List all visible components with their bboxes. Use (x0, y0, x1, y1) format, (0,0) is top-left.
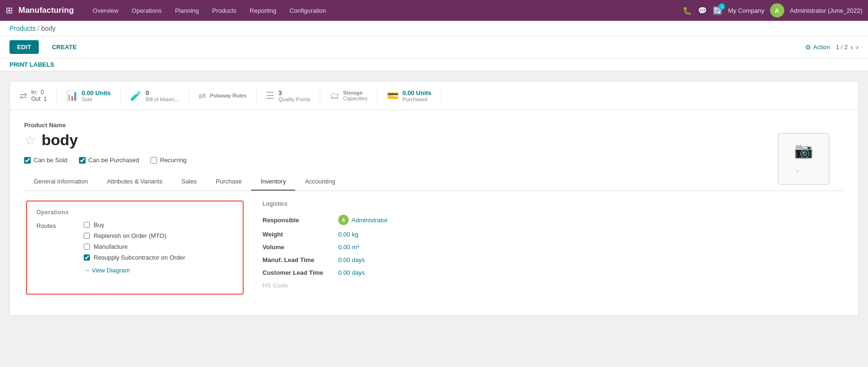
smart-btn-quality[interactable]: ☰ 3 Quality Points (256, 85, 320, 106)
breadcrumb: Products / body (0, 21, 868, 36)
view-diagram-link[interactable]: View Diagram (36, 267, 233, 274)
product-title: body (42, 131, 78, 149)
flask-icon: 🧪 (130, 90, 142, 101)
credit-card-icon: 💳 (387, 90, 399, 101)
nav-reporting[interactable]: Reporting (244, 4, 282, 17)
logistics-weight: Weight 0.00 kg (263, 231, 842, 238)
responsible-name[interactable]: Administrator (351, 217, 388, 224)
camera-icon: 📷＋ (794, 141, 813, 177)
breadcrumb-separator: / (37, 25, 39, 32)
chat-icon[interactable]: 💬 (698, 6, 707, 15)
pagination-next[interactable]: › (856, 43, 859, 52)
routes-list: Buy Replenish on Order (MTO) Manufacture (84, 221, 185, 261)
tabs-row: General Information Attributes & Variant… (24, 173, 844, 191)
app-brand: Manufacturing (18, 6, 74, 15)
pagination-prev[interactable]: ‹ (850, 43, 853, 52)
responsible-value: A Administrator (338, 215, 388, 225)
storage-icon: 🗂 (330, 90, 339, 101)
bug-icon[interactable]: 🐛 (683, 6, 692, 15)
operations-title: Operations (36, 209, 233, 216)
can-be-purchased-checkbox[interactable]: Can be Purchased (79, 157, 140, 164)
product-card: ⇄ In: 0 Out: 1 📊 0.00 Units Sold 🧪 0 (9, 81, 859, 316)
user-name: Administrator (June_2022) (790, 7, 862, 14)
nav-operations[interactable]: Operations (126, 4, 167, 17)
nav-menu: Overview Operations Planning Products Re… (87, 4, 679, 17)
route-manufacture[interactable]: Manufacture (84, 243, 185, 250)
customer-lead-label: Customer Lead Time (263, 269, 338, 276)
manuf-lead-value[interactable]: 0.00 days (338, 256, 365, 263)
topnav-right: 🐛 💬 🔄 1 My Company A Administrator (June… (683, 3, 862, 17)
nav-configuration[interactable]: Configuration (284, 4, 332, 17)
volume-label: Volume (263, 244, 338, 251)
operations-section: Operations Routes Buy Replenish on Order… (26, 201, 244, 295)
quality-icon: ☰ (266, 90, 274, 101)
manuf-lead-label: Manuf. Lead Time (263, 256, 338, 263)
responsible-avatar: A (338, 215, 349, 225)
form-body: 📷＋ Product Name ☆ body Can be Sold Can b… (24, 122, 844, 304)
product-title-row: ☆ body (24, 131, 844, 149)
print-bar: PRINT LABELS (0, 58, 868, 71)
breadcrumb-parent[interactable]: Products (9, 25, 35, 32)
main-content: ⇄ In: 0 Out: 1 📊 0.00 Units Sold 🧪 0 (0, 71, 868, 325)
smart-btn-inout[interactable]: ⇄ In: 0 Out: 1 (10, 85, 57, 106)
logistics-customer-lead: Customer Lead Time 0.00 days (263, 269, 842, 276)
pagination-info: 1 / 2 (836, 44, 848, 51)
logistics-section: Logistics Responsible A Administrator We… (263, 201, 842, 295)
logistics-title: Logistics (263, 201, 842, 207)
smart-buttons-row: ⇄ In: 0 Out: 1 📊 0.00 Units Sold 🧪 0 (10, 81, 858, 110)
smart-btn-bom[interactable]: 🧪 0 Bill of Materi... (121, 85, 189, 106)
route-replenish[interactable]: Replenish on Order (MTO) (84, 232, 185, 239)
transfer-icon: ⇄ (19, 90, 27, 101)
weight-label: Weight (263, 231, 338, 238)
create-button[interactable]: CREATE (44, 40, 84, 54)
putaway-icon: ⇌ (198, 90, 206, 101)
favorite-icon[interactable]: ☆ (24, 132, 36, 148)
top-navigation: ⊞ Manufacturing Overview Operations Plan… (0, 0, 868, 21)
action-bar: EDIT CREATE Action 1 / 2 ‹ › (0, 36, 868, 58)
nav-planning[interactable]: Planning (169, 4, 205, 17)
activity-icon[interactable]: 🔄 1 (713, 6, 722, 15)
edit-button[interactable]: EDIT (9, 40, 39, 54)
nav-products[interactable]: Products (207, 4, 242, 17)
tab-sales[interactable]: Sales (172, 173, 206, 191)
logistics-responsible: Responsible A Administrator (263, 215, 842, 225)
smart-btn-storage[interactable]: 🗂 Storage Capacities (320, 85, 377, 106)
breadcrumb-current: body (41, 25, 55, 32)
hs-code-label: HS Code (263, 282, 288, 289)
smart-btn-inout-label: In: 0 Out: 1 (31, 89, 47, 102)
can-be-sold-checkbox[interactable]: Can be Sold (24, 157, 68, 164)
notification-badge: 1 (719, 3, 725, 10)
tab-attributes[interactable]: Attributes & Variants (97, 173, 172, 191)
tab-content-inventory: Operations Routes Buy Replenish on Order… (24, 201, 844, 304)
company-name: My Company (728, 7, 764, 14)
product-name-label: Product Name (24, 122, 844, 129)
action-menu[interactable]: Action (805, 44, 830, 51)
tab-general[interactable]: General Information (24, 173, 97, 191)
routes-row: Routes Buy Replenish on Order (MTO) Manu… (36, 221, 233, 261)
tab-inventory[interactable]: Inventory (251, 173, 295, 191)
route-buy[interactable]: Buy (84, 221, 185, 228)
smart-btn-units-sold[interactable]: 📊 0.00 Units Sold (57, 85, 121, 106)
route-resupply[interactable]: Resupply Subcontractor on Order (84, 254, 185, 261)
logistics-volume: Volume 0.00 m³ (263, 244, 842, 251)
product-image[interactable]: 📷＋ (778, 133, 830, 185)
nav-overview[interactable]: Overview (87, 4, 124, 17)
recurring-checkbox[interactable]: Recurring (150, 157, 186, 164)
logistics-hs-code: HS Code (263, 282, 842, 289)
checkboxes-row: Can be Sold Can be Purchased Recurring (24, 157, 844, 164)
print-labels-link[interactable]: PRINT LABELS (9, 61, 54, 68)
customer-lead-value[interactable]: 0.00 days (338, 269, 365, 276)
tab-accounting[interactable]: Accounting (295, 173, 344, 191)
smart-btn-units-purchased[interactable]: 💳 0.00 Units Purchased (377, 85, 441, 106)
weight-value[interactable]: 0.00 kg (338, 231, 359, 238)
tab-purchase[interactable]: Purchase (206, 173, 251, 191)
volume-value[interactable]: 0.00 m³ (338, 244, 359, 251)
responsible-label: Responsible (263, 217, 338, 224)
product-form: 📷＋ Product Name ☆ body Can be Sold Can b… (10, 110, 858, 315)
user-avatar[interactable]: A (770, 3, 784, 17)
logistics-manuf-lead: Manuf. Lead Time 0.00 days (263, 256, 842, 263)
smart-btn-putaway[interactable]: ⇌ Putaway Rules (189, 85, 257, 106)
routes-label: Routes (36, 221, 74, 261)
grid-menu-icon[interactable]: ⊞ (6, 5, 13, 16)
chart-icon: 📊 (66, 90, 78, 101)
